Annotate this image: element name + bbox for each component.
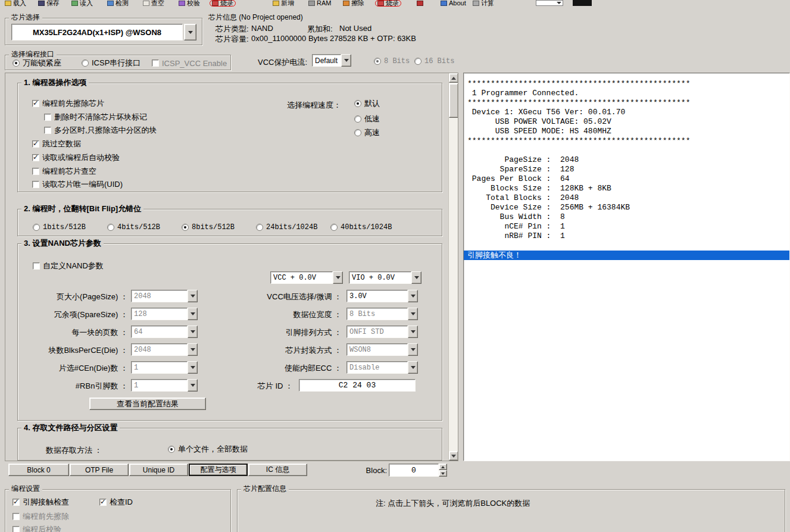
radio-universal-socket[interactable]: 万能锁紧座 bbox=[13, 59, 61, 67]
chevron-down-icon bbox=[411, 312, 416, 315]
vcc-voltage-combo[interactable]: 3.0V bbox=[346, 290, 418, 302]
toolbar-button-verify[interactable]: 校验 bbox=[179, 0, 200, 7]
toolbar-button-read[interactable]: 读入 bbox=[71, 0, 93, 7]
combo-arrow-button[interactable] bbox=[188, 326, 198, 338]
radio-8-bits[interactable]: 8 Bits bbox=[374, 57, 410, 65]
scrollbar-down-button[interactable] bbox=[449, 451, 458, 461]
checkbox-box: ✓ bbox=[13, 499, 20, 506]
vcc-protection-combo[interactable]: Default bbox=[312, 54, 351, 67]
block-spinner bbox=[439, 464, 447, 477]
combo-arrow-button[interactable] bbox=[408, 343, 418, 356]
chip-id-field[interactable]: C2 24 03 bbox=[299, 379, 416, 392]
data-width-combo[interactable]: 8 Bits bbox=[346, 308, 418, 320]
tab-config-options[interactable]: 配置与选项 bbox=[189, 464, 248, 476]
pagesize-combo[interactable]: 2048 bbox=[131, 290, 198, 302]
checkbox-erase-selected-partition-only[interactable]: ✓多分区时,只擦除选中分区的块 bbox=[44, 126, 157, 134]
checkbox-custom-nand-params[interactable]: ✓自定义NAND参数 bbox=[33, 262, 104, 270]
tab-block0[interactable]: Block 0 bbox=[8, 464, 69, 476]
ce-count-label: 片选#CEn(Die)数 ： bbox=[21, 363, 128, 374]
settings-scrollbar[interactable] bbox=[448, 73, 458, 461]
checkbox-erase-before-program[interactable]: ✓编程前先擦除芯片 bbox=[32, 99, 104, 108]
block-spinner-down-button[interactable] bbox=[439, 470, 447, 477]
radio-bitflip-40bits[interactable]: 40bits/1024B bbox=[330, 223, 392, 231]
radio-circle bbox=[13, 60, 20, 67]
combo-arrow-button[interactable] bbox=[188, 290, 198, 302]
internal-ecc-combo[interactable]: Disable bbox=[346, 361, 418, 374]
combo-arrow-button[interactable] bbox=[408, 290, 418, 302]
checkbox-icsp-vcc-enable[interactable]: ✓ ICSP_VCC Enable bbox=[152, 59, 227, 67]
toolbar-button-blank-check[interactable]: 查空 bbox=[143, 0, 164, 7]
combo-arrow-button[interactable] bbox=[188, 361, 198, 374]
toolbar-button-detect[interactable]: 检测 bbox=[107, 0, 129, 7]
checkbox-check-id[interactable]: ✓检查ID bbox=[99, 498, 133, 506]
toolbar-button-load[interactable]: 载入 bbox=[5, 0, 26, 7]
chip-select-box[interactable]: MX35LF2G24AD(x1+ISP) @WSON8 bbox=[11, 24, 183, 40]
toolbar-button-program-2[interactable]: 烧录 bbox=[375, 0, 401, 7]
tab-ic-info[interactable]: IC 信息 bbox=[248, 464, 307, 476]
section-title: 1. 编程器操作选项 bbox=[21, 78, 89, 87]
vio-offset-combo[interactable]: VIO + 0.0V bbox=[349, 271, 421, 284]
radio-bitflip-4bits[interactable]: 4bits/512B bbox=[107, 223, 160, 231]
radio-icsp-port[interactable]: ICSP串行接口 bbox=[82, 59, 140, 67]
radio-bitflip-1bits[interactable]: 1bits/512B bbox=[33, 223, 86, 231]
checkbox-label: 读取或编程后自动校验 bbox=[42, 152, 120, 163]
chevron-down-icon bbox=[557, 2, 561, 4]
block-spinner-up-button[interactable] bbox=[439, 464, 447, 470]
checkbox-verify-after-program[interactable]: ✓编程后校验 bbox=[13, 525, 61, 532]
combo-arrow-button[interactable] bbox=[341, 54, 351, 67]
checkbox-label: ICSP_VCC Enable bbox=[162, 59, 227, 68]
chip-select-dropdown-button[interactable] bbox=[184, 24, 196, 40]
toolbar-button-about[interactable]: About bbox=[441, 0, 466, 7]
ce-count-combo[interactable]: 1 bbox=[131, 361, 198, 374]
radio-dot-icon bbox=[170, 448, 173, 450]
radio-speed-default[interactable]: 默认 bbox=[354, 99, 380, 108]
block-input[interactable] bbox=[389, 464, 439, 477]
toolbar-button-erase[interactable]: 擦除 bbox=[343, 0, 364, 7]
chevron-up-icon bbox=[451, 77, 456, 80]
chevron-down-icon bbox=[441, 472, 445, 475]
radio-16-bits[interactable]: 16 Bits bbox=[414, 57, 454, 65]
toolbar-button-label: 保存 bbox=[46, 0, 60, 7]
tab-unique-id[interactable]: Unique ID bbox=[129, 464, 188, 476]
combo-arrow-button[interactable] bbox=[188, 343, 198, 356]
scrollbar-up-button[interactable] bbox=[449, 73, 458, 83]
combo-arrow-button[interactable] bbox=[408, 308, 418, 320]
pin-layout-combo[interactable]: ONFI STD bbox=[346, 326, 418, 338]
checkbox-pin-contact-check[interactable]: ✓引脚接触检查 bbox=[13, 498, 69, 506]
package-combo[interactable]: WSON8 bbox=[346, 343, 418, 356]
checkbox-auto-verify[interactable]: ✓读取或编程后自动校验 bbox=[32, 154, 120, 162]
checkbox-keep-badblock-marks[interactable]: ✓删除时不清除芯片坏块标记 bbox=[44, 113, 147, 121]
tool-icon bbox=[417, 1, 423, 6]
sparesize-combo[interactable]: 128 bbox=[131, 308, 198, 320]
radio-speed-low[interactable]: 低速 bbox=[354, 115, 380, 123]
toolbar-button-ram[interactable]: RAM bbox=[308, 0, 331, 7]
checkbox-erase-before-program-bottom[interactable]: ✓编程前先擦除 bbox=[13, 512, 69, 521]
checkbox-read-uid[interactable]: ✓读取芯片唯一编码(UID) bbox=[32, 180, 123, 189]
blocks-per-ce-combo[interactable]: 2048 bbox=[131, 343, 198, 356]
combo-arrow-button[interactable] bbox=[411, 271, 421, 284]
combo-arrow-button[interactable] bbox=[408, 361, 418, 374]
toolbar-button-add[interactable]: 新增 bbox=[273, 0, 294, 7]
vcc-offset-combo[interactable]: VCC + 0.0V bbox=[270, 271, 343, 284]
radio-bitflip-8bits[interactable]: 8bits/512B bbox=[182, 223, 235, 231]
radio-single-file-all-data[interactable]: 单个文件，全部数据 bbox=[168, 445, 248, 453]
radio-bitflip-24bits[interactable]: 24bits/1024B bbox=[256, 223, 317, 231]
toolbar-button-tool[interactable] bbox=[417, 0, 425, 7]
combo-arrow-button[interactable] bbox=[408, 326, 418, 338]
toolbar-button-save[interactable]: 保存 bbox=[38, 0, 60, 7]
combo-arrow-button[interactable] bbox=[188, 308, 198, 320]
scrollbar-thumb[interactable] bbox=[449, 83, 458, 118]
tab-otp-file[interactable]: OTP File bbox=[70, 464, 129, 476]
toolbar-button-program[interactable]: 烧录 bbox=[210, 0, 236, 7]
checkbox-skip-blank-data[interactable]: ✓跳过空数据 bbox=[32, 140, 81, 148]
combo-arrow-button[interactable] bbox=[333, 271, 343, 284]
toolbar-combo[interactable] bbox=[536, 0, 563, 6]
radio-label: 万能锁紧座 bbox=[23, 58, 61, 68]
radio-speed-high[interactable]: 高速 bbox=[354, 129, 380, 137]
toolbar-button-calculator[interactable]: 计算 bbox=[473, 0, 494, 7]
detect-chip-icon bbox=[107, 1, 114, 6]
pages-per-block-combo[interactable]: 64 bbox=[131, 326, 198, 338]
checkbox-box: ✓ bbox=[32, 181, 39, 188]
checkbox-blank-check-before-program[interactable]: ✓编程前芯片查空 bbox=[32, 167, 96, 176]
view-config-button[interactable]: 查看当前配置结果 bbox=[89, 398, 206, 410]
